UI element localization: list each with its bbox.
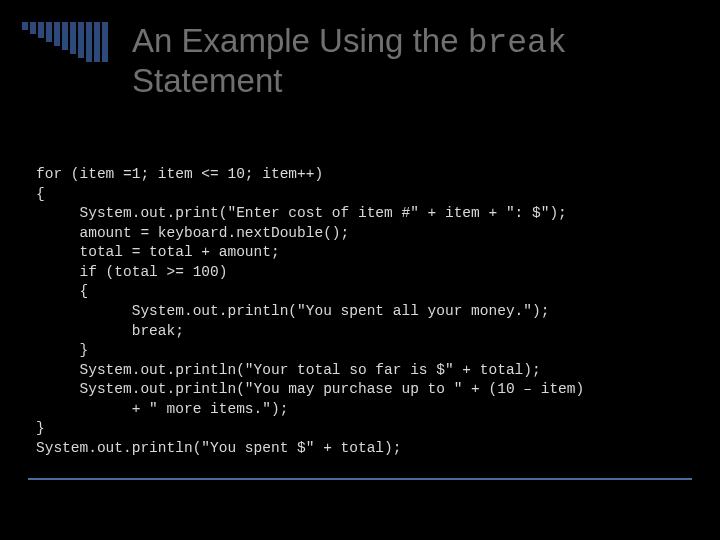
code-line: if (total >= 100) <box>36 264 227 280</box>
code-line: System.out.print("Enter cost of item #" … <box>36 205 567 221</box>
slide-title: An Example Using the break Statement <box>132 22 680 100</box>
decor-bar <box>38 22 44 38</box>
decor-bar <box>102 22 108 62</box>
decor-bar <box>86 22 92 62</box>
decor-bar <box>22 22 28 30</box>
code-line: System.out.println("You spent $" + total… <box>36 440 401 456</box>
bottom-divider <box>28 478 692 480</box>
decor-bar <box>62 22 68 50</box>
decor-bar <box>54 22 60 46</box>
decor-bar <box>30 22 36 34</box>
code-line: } <box>36 420 45 436</box>
decor-bar <box>78 22 84 58</box>
title-part2: Statement <box>132 62 282 99</box>
code-line: for (item =1; item <= 10; item++) <box>36 166 323 182</box>
code-line: System.out.println("You spent all your m… <box>36 303 549 319</box>
code-line: } <box>36 342 88 358</box>
title-part1: An Example Using the <box>132 22 468 59</box>
title-code-word: break <box>468 25 567 62</box>
decor-bar <box>94 22 100 62</box>
code-line: total = total + amount; <box>36 244 280 260</box>
code-line: amount = keyboard.nextDouble(); <box>36 225 349 241</box>
code-line: { <box>36 186 45 202</box>
code-line: { <box>36 283 88 299</box>
code-line: System.out.println("Your total so far is… <box>36 362 541 378</box>
code-line: + " more items."); <box>36 401 288 417</box>
code-example: for (item =1; item <= 10; item++) { Syst… <box>36 165 684 458</box>
decor-bar <box>46 22 52 42</box>
code-line: System.out.println("You may purchase up … <box>36 381 584 397</box>
code-line: break; <box>36 323 184 339</box>
corner-bars-decoration <box>22 22 108 62</box>
decor-bar <box>70 22 76 54</box>
